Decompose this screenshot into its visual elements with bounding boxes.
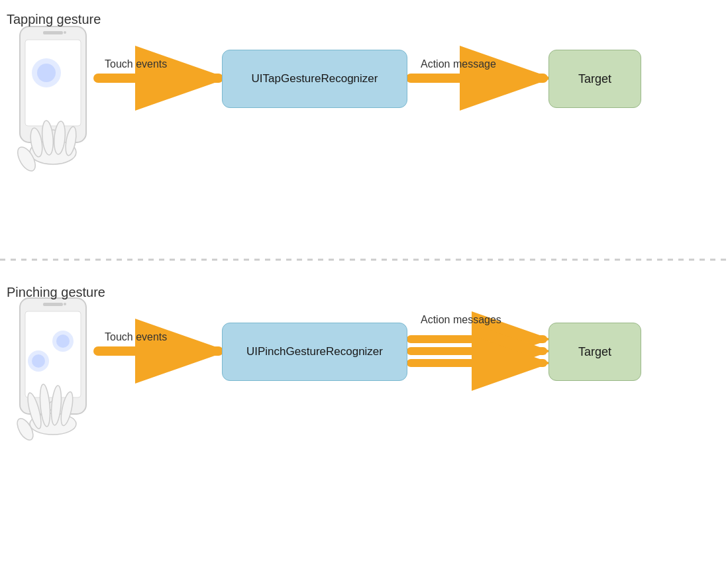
svg-point-10 bbox=[53, 121, 66, 154]
tapping-section-title: Tapping gesture bbox=[7, 12, 101, 27]
svg-point-22 bbox=[28, 350, 49, 372]
svg-rect-1 bbox=[25, 40, 81, 126]
tapping-touch-label: Touch events bbox=[105, 58, 167, 70]
svg-rect-3 bbox=[43, 31, 63, 34]
svg-point-26 bbox=[30, 413, 76, 435]
svg-point-25 bbox=[56, 335, 70, 348]
svg-rect-0 bbox=[20, 26, 86, 142]
svg-point-27 bbox=[25, 392, 44, 430]
pinching-touch-label: Touch events bbox=[105, 331, 167, 343]
svg-point-4 bbox=[64, 31, 66, 34]
pinching-section-title: Pinching gesture bbox=[7, 285, 105, 300]
svg-point-11 bbox=[64, 126, 78, 156]
svg-point-23 bbox=[32, 354, 45, 368]
svg-point-19 bbox=[48, 401, 58, 411]
svg-rect-18 bbox=[25, 311, 81, 397]
svg-point-12 bbox=[14, 144, 38, 174]
svg-point-31 bbox=[14, 416, 36, 443]
svg-point-9 bbox=[41, 120, 54, 155]
tapping-target-box: Target bbox=[548, 50, 641, 108]
svg-point-7 bbox=[30, 140, 76, 164]
pinching-target-box: Target bbox=[548, 323, 641, 381]
svg-point-21 bbox=[64, 303, 66, 305]
svg-rect-17 bbox=[20, 298, 86, 414]
svg-point-24 bbox=[52, 331, 74, 352]
svg-point-5 bbox=[32, 58, 61, 87]
svg-point-8 bbox=[28, 127, 44, 158]
pinching-recognizer-label: UIPinchGestureRecognizer bbox=[246, 345, 383, 358]
diagram-container: Tapping gesture Touch events UITapGestur… bbox=[0, 0, 728, 575]
svg-point-28 bbox=[38, 384, 52, 427]
tapping-target-label: Target bbox=[578, 72, 611, 86]
tapping-recognizer-box: UITapGestureRecognizer bbox=[222, 50, 407, 108]
svg-rect-20 bbox=[43, 303, 63, 306]
tapping-action-label: Action message bbox=[421, 58, 496, 70]
svg-point-6 bbox=[37, 64, 56, 82]
pinching-target-label: Target bbox=[578, 345, 611, 359]
tapping-recognizer-label: UITapGestureRecognizer bbox=[252, 72, 378, 85]
svg-point-29 bbox=[50, 386, 62, 426]
pinching-recognizer-box: UIPinchGestureRecognizer bbox=[222, 323, 407, 381]
svg-point-2 bbox=[48, 130, 58, 139]
pinching-action-label: Action messages bbox=[421, 314, 501, 326]
svg-point-30 bbox=[59, 391, 76, 427]
